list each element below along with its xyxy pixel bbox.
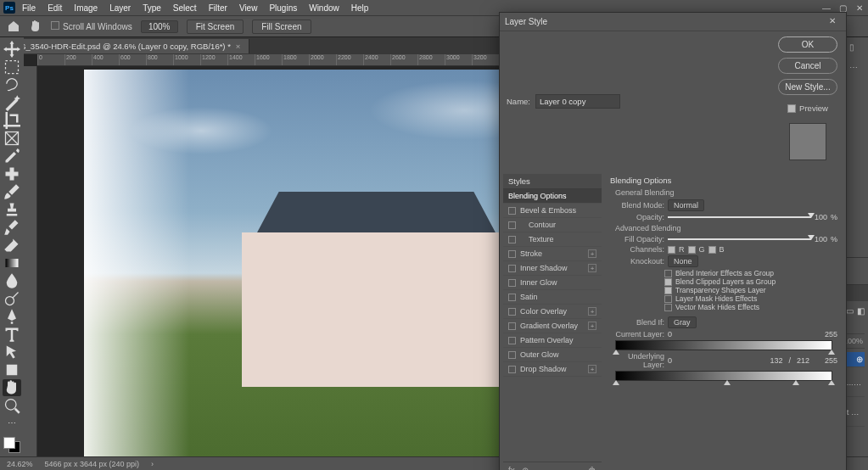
menu-window[interactable]: Window [304,2,344,14]
status-doc-info[interactable]: 5466 px x 3644 px (240 ppi) [45,460,140,468]
frame-tool-icon[interactable] [3,130,21,147]
style-item-pattern-overlay[interactable]: Pattern Overlay [503,333,602,348]
menu-view[interactable]: View [234,2,263,14]
style-item-stroke[interactable]: Stroke+ [503,247,602,261]
style-item-gradient-overlay[interactable]: Gradient Overlay+ [503,319,602,333]
style-item-color-overlay[interactable]: Color Overlay+ [503,305,602,319]
app-logo: Ps [3,2,15,14]
ruler-vertical [24,66,37,456]
gradient-tool-icon[interactable] [3,255,21,271]
dodge-tool-icon[interactable] [3,290,21,307]
style-item-outer-glow[interactable]: Outer Glow [503,348,602,362]
add-icon[interactable]: ⊕ [856,355,863,364]
add-effect-icon[interactable]: + [588,322,596,330]
close-tab-icon[interactable]: × [236,42,241,51]
minimize-icon[interactable]: — [822,3,831,12]
chk-vectormask[interactable]: Vector Mask Hides Effects [664,303,837,311]
fit-screen-button[interactable]: Fit Screen [187,20,244,34]
scroll-all-checkbox[interactable]: Scroll All Windows [51,21,132,31]
filter-smart-icon[interactable]: ◧ [857,306,865,316]
chk-interior[interactable]: Blend Interior Effects as Group [664,269,837,277]
blur-tool-icon[interactable] [3,272,21,289]
ok-button[interactable]: OK [778,36,837,53]
blendif-select[interactable]: Gray [668,316,697,328]
filter-shape-icon[interactable]: ▭ [846,306,854,316]
menu-select[interactable]: Select [168,2,202,14]
shape-tool-icon[interactable] [3,361,21,378]
add-effect-icon[interactable]: + [588,307,596,316]
eraser-tool-icon[interactable] [3,237,21,254]
pen-tool-icon[interactable] [3,308,21,325]
new-style-button[interactable]: New Style... [778,79,837,95]
maximize-icon[interactable]: ▢ [839,3,848,12]
dialog-close-icon[interactable]: ✕ [829,16,841,28]
opacity-value[interactable]: 100 [815,213,827,221]
brush-tool-icon[interactable] [3,183,21,200]
menu-plugins[interactable]: Plugins [264,2,302,14]
menu-type[interactable]: Type [137,2,166,14]
this-layer-range[interactable] [615,340,832,350]
channel-g-checkbox[interactable] [688,246,696,254]
underlying-range[interactable] [615,371,832,381]
style-item-contour[interactable]: Contour [503,218,602,232]
chk-transparency[interactable]: Transparency Shapes Layer [664,286,837,294]
heal-tool-icon[interactable] [3,165,21,182]
more-icon[interactable]: ⋯ [849,63,863,76]
channel-r-checkbox[interactable] [668,246,675,254]
zoom-tool-icon[interactable] [3,397,21,414]
chevron-right-icon[interactable]: › [151,460,154,468]
status-zoom[interactable]: 24.62% [7,460,33,468]
fill-screen-button[interactable]: Fill Screen [252,20,311,34]
lasso-tool-icon[interactable] [3,76,21,93]
stamp-tool-icon[interactable] [3,201,21,218]
style-item-blending-options[interactable]: Blending Options [503,189,602,204]
preview-checkbox[interactable]: Preview [778,104,837,113]
add-effect-icon[interactable]: + [588,365,596,373]
marquee-tool-icon[interactable] [3,59,21,76]
style-item-drop-shadow[interactable]: Drop Shadow+ [503,362,602,377]
blend-mode-select[interactable]: Normal [668,199,704,211]
style-item-texture[interactable]: Texture [503,232,602,247]
fill-value[interactable]: 100 [815,235,827,243]
menu-image[interactable]: Image [69,2,103,14]
hand-tool-icon[interactable] [29,20,42,33]
history-brush-icon[interactable] [3,219,21,236]
channel-b-checkbox[interactable] [708,246,716,254]
close-icon[interactable]: ✕ [856,3,865,12]
align-bot-icon[interactable]: ▯ [849,42,863,56]
cancel-button[interactable]: Cancel [778,58,837,74]
more-tools-icon[interactable]: ⋯ [3,415,21,431]
menu-edit[interactable]: Edit [42,2,67,14]
fx-icon[interactable]: fx [508,466,515,470]
style-item-satin[interactable]: Satin [503,290,602,305]
menu-filter[interactable]: Filter [204,2,232,14]
style-item-inner-glow[interactable]: Inner Glow [503,276,602,290]
trash-icon[interactable]: 🗑 [588,466,596,470]
add-effect-icon[interactable]: + [588,264,596,272]
add-down-icon[interactable]: ⊕ [522,466,529,470]
wand-tool-icon[interactable] [3,94,21,111]
type-tool-icon[interactable] [3,326,21,343]
document-tab[interactable]: _MG_3540-HDR-Edit.psd @ 24.6% (Layer 0 c… [0,39,249,53]
home-icon[interactable] [7,20,20,33]
knockout-select[interactable]: None [668,255,698,267]
fill-opacity-slider[interactable] [668,237,811,242]
dialog-titlebar[interactable]: Layer Style ✕ [500,13,846,31]
add-effect-icon[interactable]: + [588,249,596,258]
menu-help[interactable]: Help [346,2,374,14]
style-item-bevel-emboss[interactable]: Bevel & Emboss [503,204,602,218]
menu-layer[interactable]: Layer [104,2,136,14]
crop-tool-icon[interactable] [3,112,21,129]
zoom-input[interactable]: 100% [141,20,178,33]
hand-tool-icon-2[interactable] [3,379,21,396]
eyedropper-tool-icon[interactable] [3,148,21,165]
opacity-slider[interactable] [668,215,811,220]
color-swatches[interactable] [3,437,20,453]
menu-file[interactable]: File [17,2,41,14]
move-tool-icon[interactable] [3,41,21,58]
path-select-icon[interactable] [3,344,21,361]
chk-clipped[interactable]: Blend Clipped Layers as Group [664,277,837,286]
layer-name-input[interactable] [535,94,620,109]
style-item-inner-shadow[interactable]: Inner Shadow+ [503,261,602,276]
chk-layermask[interactable]: Layer Mask Hides Effects [664,294,837,303]
